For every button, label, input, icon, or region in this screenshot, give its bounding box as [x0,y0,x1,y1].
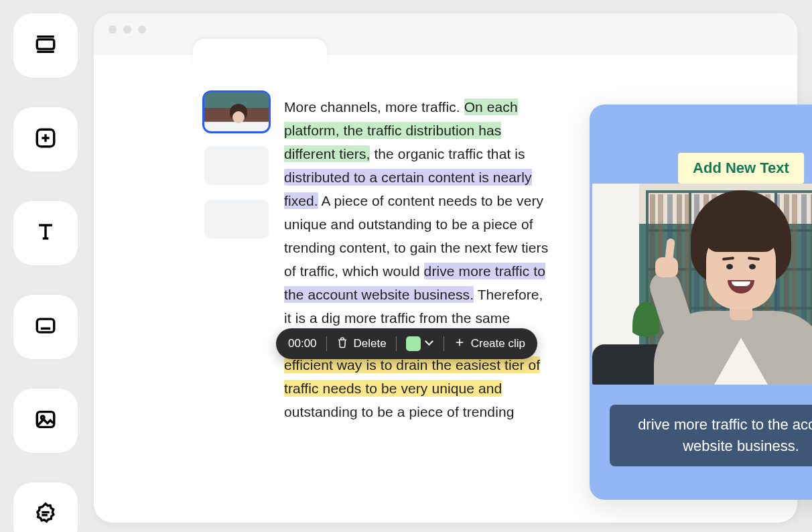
trash-icon [336,336,348,352]
text-icon [34,220,57,246]
create-clip-label: Create clip [471,337,525,350]
layout-tool[interactable] [13,13,78,78]
thumbnail-1[interactable] [204,92,269,131]
video-frame[interactable] [592,184,812,385]
plus-square-icon [34,127,57,152]
highlight-color-picker[interactable] [406,336,434,351]
transcript-segment[interactable]: the organic traffic that is [370,145,525,162]
add-tool[interactable] [13,107,78,172]
transcript-segment[interactable]: outstanding to be a piece of trending [284,403,514,420]
transcript-text[interactable]: More channels, more traffic. On each pla… [284,95,552,423]
toolbar-separator [396,336,397,351]
video-caption: drive more traffic to the account websit… [610,405,812,466]
image-tool[interactable] [13,389,78,453]
editor-window: More channels, more traffic. On each pla… [94,13,797,523]
clip-toolbar: 00:00 Delete Create clip [276,328,537,359]
create-clip-button[interactable]: Create clip [454,336,525,352]
transcript-segment[interactable]: More channels, more traffic. [284,98,464,115]
subtitle-icon [34,314,57,340]
chevron-down-icon [426,340,434,348]
badge-icon [34,502,57,527]
delete-label: Delete [354,337,387,350]
plus-icon [454,336,466,352]
layout-icon [34,33,57,58]
delete-button[interactable]: Delete [336,336,387,352]
color-swatch [406,336,421,351]
svg-rect-9 [37,319,54,332]
badge-tool[interactable] [13,482,78,532]
video-preview-panel: Add New Text [590,105,812,500]
thumbnail-3[interactable] [204,200,269,239]
tool-sidebar [13,13,78,532]
thumbnail-2[interactable] [204,146,269,185]
toolbar-separator [326,336,327,351]
timecode: 00:00 [288,337,317,350]
add-text-overlay[interactable]: Add New Text [678,153,804,184]
toolbar-separator [444,336,444,351]
video-still [592,184,812,385]
subtitle-tool[interactable] [13,295,78,359]
svg-rect-0 [37,40,54,49]
text-tool[interactable] [13,201,78,265]
browser-tab[interactable] [193,39,327,68]
clip-thumbnails [204,92,269,239]
window-traffic-lights [109,25,146,34]
image-icon [34,408,57,434]
thumbnail-preview [204,92,269,131]
